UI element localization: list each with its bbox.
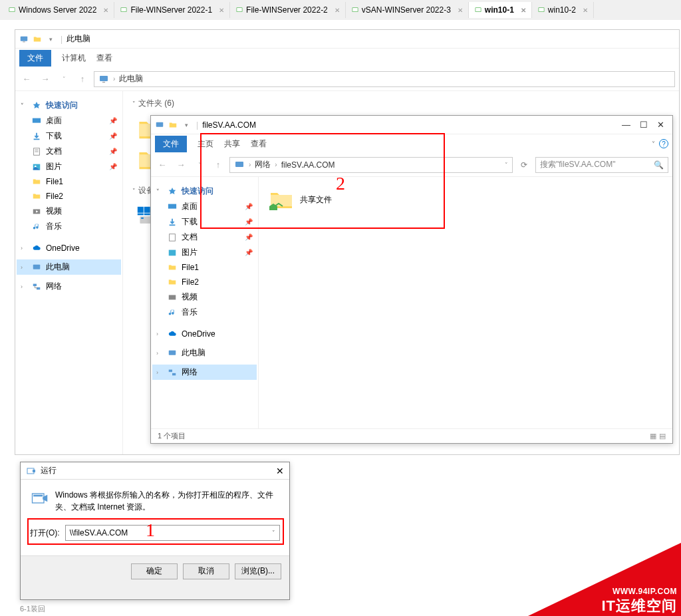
svg-rect-36 bbox=[170, 224, 176, 226]
close-icon[interactable]: ✕ bbox=[103, 7, 108, 14]
folder-qat-icon[interactable] bbox=[168, 120, 178, 130]
up-button[interactable]: ↑ bbox=[75, 72, 90, 86]
tab-view[interactable]: 查看 bbox=[96, 53, 112, 64]
sidebar-item-downloads[interactable]: 下载📌 bbox=[17, 128, 121, 144]
music-icon bbox=[31, 222, 42, 232]
sidebar-item-music[interactable]: 音乐 bbox=[152, 305, 257, 320]
close-icon[interactable]: ✕ bbox=[335, 7, 340, 14]
folders-section[interactable]: ˅文件夹 (6) bbox=[132, 98, 670, 109]
svg-rect-29 bbox=[138, 207, 144, 213]
cancel-button[interactable]: 取消 bbox=[183, 563, 229, 579]
maximize-button[interactable]: ☐ bbox=[640, 120, 648, 130]
chevron-down-icon[interactable]: ▾ bbox=[182, 120, 191, 130]
run-titlebar[interactable]: 运行 ✕ bbox=[21, 462, 289, 480]
tab-ws2022[interactable]: Windows Server 2022 ✕ bbox=[3, 2, 114, 18]
tab-share[interactable]: 共享 bbox=[224, 138, 240, 150]
titlebar[interactable]: ▾ | fileSV.AA.COM — ☐ ✕ bbox=[151, 116, 672, 134]
tab-file2[interactable]: File-WINServer 2022-2 ✕ bbox=[230, 2, 346, 18]
address-bar[interactable]: › 网络 › fileSV.AA.COM ˅ bbox=[229, 157, 513, 173]
shared-folder-item[interactable]: 共享文件 bbox=[268, 186, 663, 213]
sidebar-item-file1[interactable]: File1 bbox=[152, 260, 257, 275]
tab-view[interactable]: 查看 bbox=[251, 138, 267, 150]
breadcrumb[interactable]: 网络 bbox=[255, 159, 271, 170]
sidebar-item-documents[interactable]: 文档📌 bbox=[17, 144, 121, 159]
close-icon[interactable]: ✕ bbox=[219, 7, 224, 14]
tab-file1[interactable]: File-WINServer 2022-1 ✕ bbox=[114, 2, 230, 18]
refresh-button[interactable]: ⟳ bbox=[517, 158, 531, 172]
close-icon[interactable]: ✕ bbox=[583, 7, 588, 14]
content-area[interactable]: 共享文件 bbox=[259, 177, 672, 428]
sidebar-item-file2[interactable]: File2 bbox=[17, 189, 121, 204]
sidebar-item-pictures[interactable]: 图片📌 bbox=[17, 159, 121, 174]
back-button[interactable]: ← bbox=[19, 72, 34, 86]
svg-rect-5 bbox=[237, 8, 242, 11]
file-tab[interactable]: 文件 bbox=[19, 50, 51, 67]
sidebar-item-videos[interactable]: 视频 bbox=[17, 204, 121, 219]
pin-icon: 📌 bbox=[245, 203, 253, 210]
recent-dropdown[interactable]: ˅ bbox=[192, 158, 207, 172]
view-large-icon[interactable]: ▤ bbox=[659, 432, 666, 440]
sidebar-item-file2[interactable]: File2 bbox=[152, 275, 257, 289]
sidebar-item-downloads[interactable]: 下载📌 bbox=[152, 214, 257, 230]
tab-home[interactable]: 主页 bbox=[198, 138, 213, 150]
sidebar-item-videos[interactable]: 视频 bbox=[152, 289, 257, 305]
tab-win10-2[interactable]: win10-2 ✕ bbox=[532, 2, 594, 18]
close-icon[interactable]: ✕ bbox=[521, 7, 526, 14]
sidebar-item-desktop[interactable]: 桌面📌 bbox=[17, 113, 121, 128]
sidebar-item-network[interactable]: ›网络 bbox=[152, 365, 257, 380]
help-icon[interactable]: ? bbox=[659, 139, 668, 148]
tab-vsan[interactable]: vSAN-WINServer 2022-3 ✕ bbox=[346, 2, 469, 18]
chevron-down-icon[interactable]: ˅ bbox=[505, 162, 508, 168]
annotation-number-1: 1 bbox=[146, 520, 155, 541]
back-button[interactable]: ← bbox=[155, 158, 170, 172]
close-icon[interactable]: ✕ bbox=[458, 7, 463, 14]
breadcrumb[interactable]: fileSV.AA.COM bbox=[281, 160, 335, 170]
browse-button[interactable]: 浏览(B)... bbox=[235, 563, 281, 579]
folder-qat-icon[interactable] bbox=[33, 35, 42, 44]
quick-access[interactable]: ˅ 快速访问 bbox=[17, 98, 121, 113]
sidebar-item-label: File2 bbox=[46, 192, 63, 201]
sidebar-item-onedrive[interactable]: ›OneDrive bbox=[152, 327, 257, 341]
recent-dropdown[interactable]: ˅ bbox=[57, 72, 71, 86]
close-button[interactable]: ✕ bbox=[657, 120, 664, 130]
run-input[interactable]: \\fileSV.AA.COM ˅ bbox=[65, 525, 280, 541]
video-icon bbox=[167, 292, 178, 303]
forward-button[interactable]: → bbox=[174, 158, 188, 172]
minimize-button[interactable]: — bbox=[622, 120, 630, 130]
view-details-icon[interactable]: ▦ bbox=[650, 432, 656, 440]
sidebar-item-thispc[interactable]: ›此电脑 bbox=[17, 259, 121, 275]
sidebar-item-file1[interactable]: File1 bbox=[17, 174, 121, 189]
breadcrumb[interactable]: 此电脑 bbox=[119, 73, 143, 84]
footer-label: 6-1装回 bbox=[20, 604, 45, 614]
close-button[interactable]: ✕ bbox=[276, 466, 284, 476]
search-input[interactable]: 搜索"fileSV.AA.COM" 🔍 bbox=[535, 157, 668, 173]
nav-row: ← → ˅ ↑ › 网络 › fileSV.AA.COM ˅ ⟳ 搜索"file… bbox=[151, 153, 672, 177]
svg-rect-42 bbox=[172, 373, 176, 375]
svg-rect-40 bbox=[169, 350, 176, 355]
up-button[interactable]: ↑ bbox=[211, 158, 225, 172]
sidebar-item-onedrive[interactable]: ›OneDrive bbox=[17, 241, 121, 255]
sidebar-item-documents[interactable]: 文档📌 bbox=[152, 230, 257, 245]
star-icon bbox=[31, 100, 42, 111]
forward-button[interactable]: → bbox=[38, 72, 53, 86]
tab-win10-1[interactable]: win10-1 ✕ bbox=[469, 2, 532, 18]
search-icon: 🔍 bbox=[654, 160, 664, 170]
chevron-down-icon[interactable]: ▾ bbox=[46, 35, 55, 44]
file-tab[interactable]: 文件 bbox=[155, 136, 187, 152]
ok-button[interactable]: 确定 bbox=[131, 563, 178, 579]
svg-rect-31 bbox=[138, 214, 144, 216]
address-bar[interactable]: › 此电脑 bbox=[94, 71, 675, 87]
picture-icon bbox=[31, 162, 42, 172]
sidebar-item-music[interactable]: 音乐 bbox=[17, 219, 121, 234]
desktop-icon bbox=[167, 202, 178, 212]
sidebar-item-label: 图片 bbox=[46, 161, 62, 172]
network-icon bbox=[31, 281, 42, 292]
quick-access[interactable]: ˅ 快速访问 bbox=[152, 184, 257, 199]
sidebar-item-network[interactable]: ›网络 bbox=[17, 279, 121, 294]
sidebar-item-pictures[interactable]: 图片📌 bbox=[152, 245, 257, 260]
sidebar-item-thispc[interactable]: ›此电脑 bbox=[152, 345, 257, 361]
expand-ribbon-icon[interactable]: ˅ bbox=[652, 140, 655, 148]
tab-computer[interactable]: 计算机 bbox=[62, 53, 86, 64]
sidebar-item-desktop[interactable]: 桌面📌 bbox=[152, 199, 257, 214]
chevron-down-icon[interactable]: ˅ bbox=[272, 530, 275, 536]
